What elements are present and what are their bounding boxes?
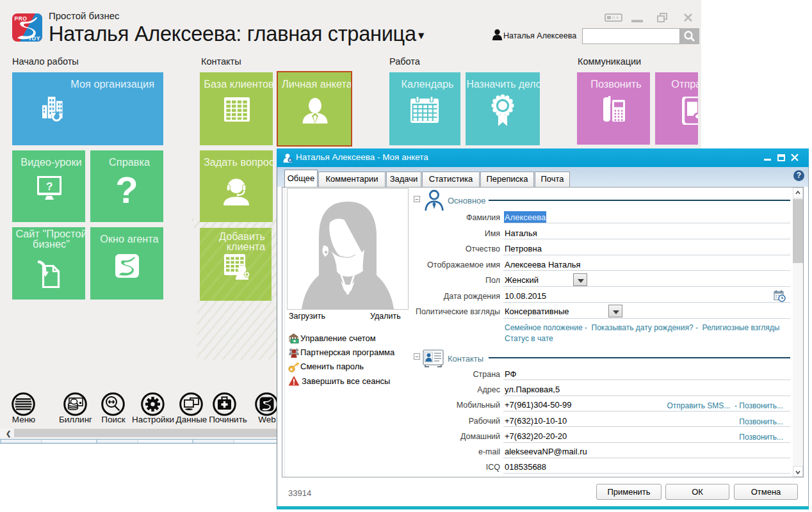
svg-text:?: ? bbox=[46, 180, 53, 193]
svg-text:PRO: PRO bbox=[15, 15, 28, 22]
svg-text:TOY: TOY bbox=[28, 35, 40, 42]
